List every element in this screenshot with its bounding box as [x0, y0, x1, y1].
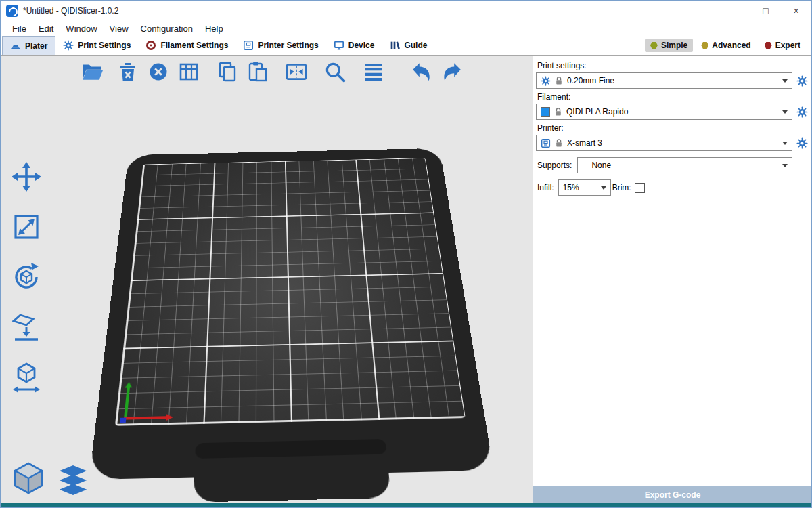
redo-button[interactable]	[438, 58, 466, 85]
mode-simple[interactable]: Simple	[645, 39, 693, 52]
3d-editor-view-button[interactable]	[11, 461, 46, 499]
3d-cube-icon	[11, 461, 46, 496]
y-axis-indicator	[124, 385, 131, 420]
chevron-down-icon	[782, 164, 788, 167]
printer-icon	[243, 40, 254, 51]
arrange-grid-icon	[178, 61, 200, 83]
search-button[interactable]	[321, 58, 348, 85]
title-bar: *Untitled - QIDISlicer-1.0.2 – □ ×	[1, 1, 811, 21]
infill-label: Infill:	[537, 183, 554, 192]
window-controls: – □ ×	[720, 1, 811, 21]
layer-height-icon	[362, 60, 385, 83]
arrange-button[interactable]	[175, 58, 202, 85]
close-button[interactable]: ×	[781, 1, 811, 21]
search-icon	[323, 60, 346, 83]
delete-all-button[interactable]	[145, 58, 172, 85]
printer-combo[interactable]: X-smart 3	[536, 135, 792, 151]
place-on-face-tool-button[interactable]	[9, 311, 43, 343]
guide-books-icon	[389, 40, 400, 51]
tab-print-settings[interactable]: Print Settings	[55, 36, 138, 55]
filament-combo[interactable]: QIDI PLA Rapido	[536, 104, 792, 120]
move-tool-button[interactable]	[9, 161, 43, 193]
filament-label: Filament:	[537, 92, 808, 102]
tab-label: Device	[348, 41, 375, 50]
tab-label: Guide	[404, 41, 427, 50]
export-gcode-button[interactable]: Export G-code	[533, 486, 812, 504]
chevron-down-icon	[782, 79, 788, 83]
split-objects-button[interactable]	[283, 58, 310, 85]
menu-view[interactable]: View	[104, 24, 135, 34]
advanced-mode-icon	[701, 42, 708, 49]
measure-width-tool-button[interactable]	[9, 361, 43, 394]
open-project-button[interactable]	[78, 58, 106, 85]
paste-button[interactable]	[244, 58, 271, 85]
bed-grid-surface	[115, 158, 466, 426]
undo-icon	[410, 60, 433, 83]
variable-layer-height-button[interactable]	[360, 58, 387, 85]
expert-mode-icon	[765, 42, 772, 49]
scale-icon	[11, 211, 42, 242]
chevron-down-icon	[782, 110, 788, 114]
supports-combo[interactable]: None	[577, 157, 792, 173]
device-monitor-icon	[334, 40, 344, 51]
rotate-tool-button[interactable]	[9, 261, 43, 293]
bed-handle-slot	[195, 439, 387, 459]
menu-edit[interactable]: Edit	[32, 24, 60, 34]
tab-plater[interactable]: Plater	[2, 36, 55, 55]
printer-label: Printer:	[537, 123, 808, 133]
filament-spool-icon	[145, 40, 156, 51]
scale-tool-button[interactable]	[9, 211, 43, 243]
layers-stack-icon	[57, 465, 89, 496]
brim-checkbox[interactable]	[635, 183, 645, 193]
tab-printer-settings[interactable]: Printer Settings	[235, 36, 325, 55]
undo-button[interactable]	[408, 58, 435, 85]
settings-sidebar: Print settings: 0.20mm Fine Filament: QI…	[533, 56, 812, 504]
copy-button[interactable]	[214, 58, 241, 85]
main-toolbar	[78, 58, 469, 85]
redo-icon	[441, 60, 464, 83]
tab-device[interactable]: Device	[326, 36, 382, 55]
mode-expert[interactable]: Expert	[759, 39, 806, 52]
mode-label: Expert	[775, 41, 800, 50]
bed-handle-tab	[193, 469, 391, 503]
mode-label: Simple	[661, 41, 687, 50]
maximize-button[interactable]: □	[750, 1, 781, 21]
mode-switcher: Simple Advanced Expert	[645, 36, 811, 55]
tab-guide[interactable]: Guide	[382, 36, 434, 55]
menu-file[interactable]: File	[6, 24, 32, 34]
open-folder-icon	[81, 60, 104, 83]
print-settings-gear-button[interactable]	[796, 75, 808, 87]
tab-label: Plater	[25, 41, 47, 51]
rotate-icon	[11, 261, 42, 293]
gear-icon	[63, 40, 74, 51]
split-icon	[285, 60, 308, 83]
menu-bar: File Edit Window View Configuration Help	[1, 21, 811, 36]
menu-help[interactable]: Help	[199, 24, 229, 34]
print-settings-combo[interactable]: 0.20mm Fine	[536, 72, 792, 89]
mode-advanced[interactable]: Advanced	[696, 39, 756, 52]
printer-gear-button[interactable]	[796, 137, 808, 149]
window-title: *Untitled - QIDISlicer-1.0.2	[23, 6, 118, 16]
gear-icon	[796, 75, 808, 87]
print-bed	[89, 148, 493, 480]
object-manipulation-toolbar	[9, 161, 43, 394]
lock-icon	[554, 107, 562, 117]
infill-combo[interactable]: 15%	[558, 179, 611, 196]
preview-layers-view-button[interactable]	[57, 465, 89, 499]
minimize-button[interactable]: –	[720, 1, 750, 21]
menu-configuration[interactable]: Configuration	[135, 24, 199, 34]
gear-icon	[796, 137, 808, 149]
printer-icon	[541, 138, 551, 148]
plater-icon	[10, 41, 21, 51]
3d-viewport[interactable]	[1, 56, 533, 504]
filament-color-swatch	[541, 107, 550, 117]
view-mode-toolbar	[11, 461, 89, 499]
menu-window[interactable]: Window	[60, 24, 103, 34]
move-icon	[11, 161, 42, 192]
chevron-down-icon	[782, 142, 788, 145]
tab-filament-settings[interactable]: Filament Settings	[138, 36, 235, 55]
filament-gear-button[interactable]	[796, 106, 808, 118]
delete-button[interactable]	[114, 58, 141, 85]
copy-icon	[217, 61, 238, 83]
chevron-down-icon	[601, 186, 606, 190]
